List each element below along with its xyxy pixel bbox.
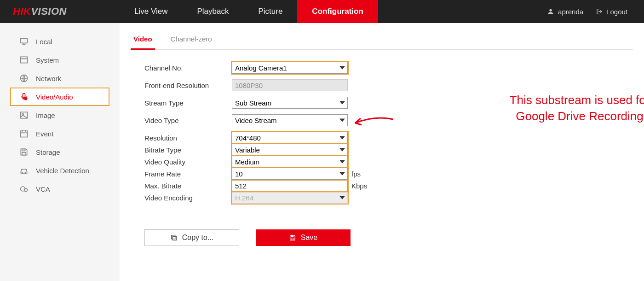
label-channel-no: Channel No. xyxy=(144,64,232,72)
input-max-bitrate[interactable] xyxy=(232,180,348,192)
select-bitrate-type[interactable]: Variable xyxy=(232,144,348,156)
select-stream-type[interactable]: Sub Stream xyxy=(232,97,348,109)
svg-rect-18 xyxy=(291,238,294,240)
sidebar-item-network[interactable]: Network xyxy=(0,69,120,88)
svg-point-0 xyxy=(549,9,552,12)
select-video-encoding: H.264 xyxy=(232,192,348,204)
globe-icon xyxy=(19,74,29,83)
brand-logo: HIKVISION xyxy=(0,6,120,18)
content-tabs: Video Channel-zero xyxy=(131,30,633,50)
monitor-icon xyxy=(19,37,29,46)
sidebar-item-vehicle[interactable]: Vehicle Detection xyxy=(0,161,120,180)
logout-label: Logout xyxy=(606,8,627,16)
save-button[interactable]: Save xyxy=(256,229,351,246)
top-nav: Live View Playback Picture Configuration xyxy=(120,0,378,23)
label-frontend-res: Front-end Resolution xyxy=(144,82,232,89)
sidebar-item-image[interactable]: Image xyxy=(0,106,120,124)
copy-to-label: Copy to... xyxy=(182,234,213,242)
row-video-encoding: Video Encoding H.264 xyxy=(144,189,633,206)
save-label: Save xyxy=(301,234,317,242)
nav-picture[interactable]: Picture xyxy=(243,0,297,23)
copy-to-button[interactable]: Copy to... xyxy=(144,229,239,246)
label-max-bitrate: Max. Bitrate xyxy=(144,182,232,190)
nav-playback[interactable]: Playback xyxy=(182,0,243,23)
tab-video[interactable]: Video xyxy=(131,30,155,50)
vca-icon xyxy=(19,184,29,193)
sidebar-item-label: Event xyxy=(36,130,53,138)
sidebar-item-label: Storage xyxy=(36,148,60,156)
sidebar-item-label: VCA xyxy=(36,185,50,193)
car-icon xyxy=(19,166,29,175)
label-frame-rate: Frame Rate xyxy=(144,170,232,178)
select-video-type[interactable]: Video Stream xyxy=(232,114,348,126)
button-row: Copy to... Save xyxy=(144,229,633,246)
sidebar-item-label: System xyxy=(36,56,59,64)
sidebar-item-vca[interactable]: VCA xyxy=(0,180,120,198)
svg-rect-15 xyxy=(172,236,176,240)
svg-rect-8 xyxy=(21,131,28,137)
user-name: aprenda xyxy=(558,8,583,16)
input-frontend-res xyxy=(232,79,348,91)
svg-rect-10 xyxy=(22,152,26,155)
nav-live-view[interactable]: Live View xyxy=(120,0,182,23)
sidebar-item-system[interactable]: System xyxy=(0,51,120,69)
annotation-arrow xyxy=(350,113,396,131)
sidebar-item-local[interactable]: Local xyxy=(0,32,120,51)
image-icon xyxy=(19,111,29,120)
row-channel-no: Channel No. Analog Camera1 xyxy=(144,59,633,76)
logout-icon xyxy=(595,8,603,15)
nav-configuration[interactable]: Configuration xyxy=(297,0,378,23)
label-video-type: Video Type xyxy=(144,117,232,124)
sidebar-item-label: Network xyxy=(36,75,61,82)
unit-fps: fps xyxy=(351,170,361,178)
sidebar-item-video-audio[interactable]: Video/Audio xyxy=(10,88,109,106)
row-frontend-res: Front-end Resolution xyxy=(144,76,633,94)
sidebar-item-label: Local xyxy=(36,38,52,46)
logout-button[interactable]: Logout xyxy=(595,8,627,16)
unit-kbps: Kbps xyxy=(351,182,367,190)
content: Video Channel-zero Channel No. Analog Ca… xyxy=(120,23,644,281)
save-icon xyxy=(19,147,29,157)
svg-rect-17 xyxy=(291,235,293,237)
svg-rect-1 xyxy=(21,38,28,43)
sidebar-item-label: Video/Audio xyxy=(36,93,73,101)
svg-rect-4 xyxy=(23,94,25,98)
svg-point-5 xyxy=(25,98,27,100)
svg-rect-9 xyxy=(22,149,25,151)
sidebar: Local System Network Video/Audio Image E… xyxy=(0,23,120,281)
user-area: aprenda Logout xyxy=(547,8,644,16)
mic-icon xyxy=(19,92,29,101)
label-bitrate-type: Bitrate Type xyxy=(144,146,232,154)
select-channel-no[interactable]: Analog Camera1 xyxy=(232,62,348,74)
tab-channel-zero[interactable]: Channel-zero xyxy=(168,30,215,50)
annotation-line1: This substream is used for xyxy=(483,92,644,108)
top-bar: HIKVISION Live View Playback Picture Con… xyxy=(0,0,644,23)
save-icon xyxy=(289,234,296,241)
sidebar-item-event[interactable]: Event xyxy=(0,124,120,143)
user-icon xyxy=(547,8,554,15)
copy-icon xyxy=(170,234,178,241)
svg-rect-16 xyxy=(171,235,175,239)
sidebar-item-storage[interactable]: Storage xyxy=(0,143,120,161)
select-video-quality[interactable]: Medium xyxy=(232,156,348,168)
annotation-line2: Google Drive Recording xyxy=(483,108,644,124)
label-video-encoding: Video Encoding xyxy=(144,194,232,202)
calendar-icon xyxy=(19,129,29,138)
user-profile[interactable]: aprenda xyxy=(547,8,583,16)
video-form: Channel No. Analog Camera1 Front-end Res… xyxy=(144,59,633,206)
label-resolution: Resolution xyxy=(144,134,232,142)
select-resolution[interactable]: 704*480 xyxy=(232,132,348,144)
sidebar-item-label: Image xyxy=(36,111,55,119)
select-frame-rate[interactable]: 10 xyxy=(232,168,348,180)
svg-rect-2 xyxy=(21,57,28,63)
label-stream-type: Stream Type xyxy=(144,99,232,107)
sidebar-item-label: Vehicle Detection xyxy=(36,167,89,175)
annotation-text: This substream is used for Google Drive … xyxy=(483,92,644,124)
window-icon xyxy=(19,55,29,64)
label-video-quality: Video Quality xyxy=(144,158,232,166)
